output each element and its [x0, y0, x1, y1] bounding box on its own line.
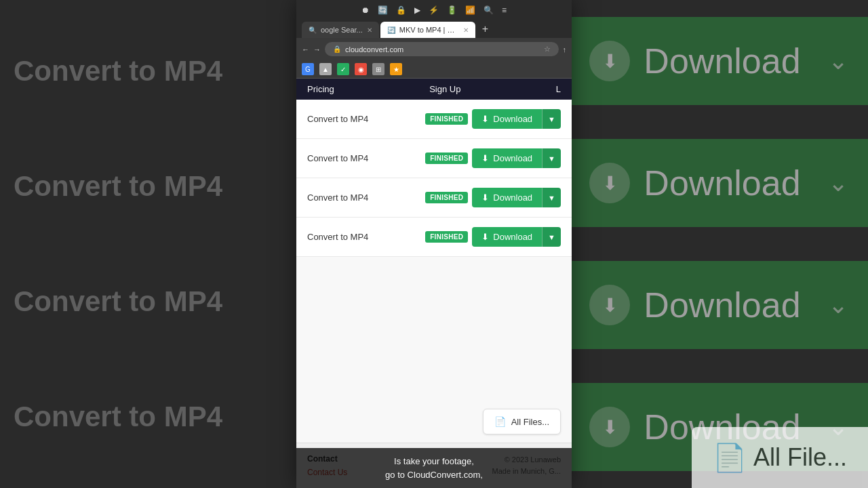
download-button-4[interactable]: ⬇ Download: [472, 227, 542, 247]
ext-icon-2[interactable]: ▲: [319, 63, 332, 75]
signup-nav[interactable]: Sign Up: [429, 84, 460, 94]
bg-allfiles-icon: 📄: [713, 442, 747, 474]
system-bar: ⏺ 🔄 🔒 ▶ ⚡ 🔋 📶 🔍 ≡: [302, 4, 566, 18]
all-files-button[interactable]: 📄 All Files...: [483, 409, 561, 434]
tab-google-favicon: 🔍: [309, 26, 317, 34]
tab-google-close[interactable]: ✕: [367, 26, 372, 34]
tab-cloudconvert-title: MKV to MP4 | CloudConvert: [399, 26, 459, 34]
download-button-1[interactable]: ⬇ Download: [472, 109, 542, 129]
download-button-3[interactable]: ⬇ Download: [472, 188, 542, 207]
background-right: ⬇ Download ⌄ ⬇ Download ⌄ ⬇ Download ⌄ ⬇…: [570, 0, 868, 488]
download-label-2: Download: [493, 153, 532, 163]
download-label-1: Download: [493, 114, 532, 124]
browser-window: ⏺ 🔄 🔒 ▶ ⚡ 🔋 📶 🔍 ≡ 🔍 oogle Sear... ✕ 🔄 MK…: [296, 0, 572, 488]
conversion-label-3: Convert to MP4: [307, 192, 368, 203]
bg-download-row-3: ⬇ Download ⌄: [570, 261, 868, 349]
address-bar[interactable]: 🔒 cloudconvert.com ☆: [325, 42, 559, 56]
subtitle-line1: Is take your footage,: [303, 455, 565, 468]
bg-text-3: Convert to MP4: [14, 283, 281, 321]
tab-google-title: oogle Sear...: [321, 26, 363, 34]
bottom-bar: 📄 All Files...: [296, 401, 572, 443]
conversion-item-4: Convert to MP4 FINISHED ⬇ Download ▼: [296, 218, 572, 257]
battery-icon: 🔋: [447, 5, 457, 15]
google-ext-icon[interactable]: G: [302, 63, 314, 75]
bg-download-icon-1: ⬇: [589, 41, 630, 81]
share-icon[interactable]: ↑: [563, 45, 567, 54]
refresh-icon: 🔄: [378, 5, 388, 15]
address-text: cloudconvert.com: [345, 45, 540, 54]
background-left: Convert to MP4 Convert to MP4 Convert to…: [0, 0, 295, 488]
wifi-icon: 📶: [465, 5, 475, 15]
page-nav: Pricing Sign Up L: [296, 79, 572, 100]
download-btn-group-3: ⬇ Download ▼: [472, 188, 561, 207]
back-button[interactable]: ←: [302, 45, 309, 54]
conversion-item-1: Convert to MP4 FINISHED ⬇ Download ▼: [296, 100, 572, 139]
subtitle-line2: go to CloudConvert.com,: [303, 468, 565, 482]
subtitle-overlay: Is take your footage, go to CloudConvert…: [296, 448, 572, 488]
conversion-right-4: FINISHED ⬇ Download ▼: [425, 227, 561, 247]
address-row: ← → 🔒 cloudconvert.com ☆ ↑: [296, 38, 572, 60]
tab-cloudconvert-favicon: 🔄: [387, 26, 395, 34]
bg-download-row-1: ⬇ Download ⌄: [570, 17, 868, 105]
bookmark-icon[interactable]: ☆: [544, 45, 551, 54]
download-btn-group-4: ⬇ Download ▼: [472, 227, 561, 247]
extensions-row: G ▲ ✓ ◉ ⊞ ★: [296, 60, 572, 79]
tab-bar: 🔍 oogle Sear... ✕ 🔄 MKV to MP4 | CloudCo…: [302, 18, 566, 38]
download-arrow-2[interactable]: ▼: [542, 148, 561, 168]
bg-text-2: Convert to MP4: [14, 168, 281, 205]
ext-icon-6[interactable]: ★: [390, 63, 402, 75]
conversion-right-1: FINISHED ⬇ Download ▼: [425, 109, 561, 129]
bg-download-row-2: ⬇ Download ⌄: [570, 139, 868, 227]
page-content: Pricing Sign Up L Convert to MP4 FINISHE…: [296, 79, 572, 488]
ext-icon-5[interactable]: ⊞: [372, 63, 384, 75]
bg-text-4: Convert to MP4: [14, 399, 281, 436]
new-tab-button[interactable]: +: [477, 20, 494, 38]
search-icon[interactable]: 🔍: [484, 5, 494, 15]
pricing-nav[interactable]: Pricing: [307, 84, 334, 94]
tab-google[interactable]: 🔍 oogle Sear... ✕: [302, 22, 379, 38]
bg-download-icon-3: ⬇: [589, 285, 630, 325]
browser-chrome: ⏺ 🔄 🔒 ▶ ⚡ 🔋 📶 🔍 ≡ 🔍 oogle Sear... ✕ 🔄 MK…: [296, 0, 572, 38]
finished-badge-1: FINISHED: [425, 113, 468, 125]
record-icon: ⏺: [361, 5, 370, 15]
download-btn-group-2: ⬇ Download ▼: [472, 148, 561, 168]
conversion-list: Convert to MP4 FINISHED ⬇ Download ▼ Con…: [296, 100, 572, 401]
download-arrow-3[interactable]: ▼: [542, 188, 561, 207]
download-icon-1: ⬇: [481, 114, 489, 124]
finished-badge-4: FINISHED: [425, 231, 468, 243]
bg-chevron-1: ⌄: [828, 47, 848, 75]
tab-cloudconvert-close[interactable]: ✕: [463, 26, 469, 34]
download-button-2[interactable]: ⬇ Download: [472, 148, 542, 168]
all-files-label: All Files...: [511, 417, 549, 427]
security-icon: 🔒: [396, 5, 406, 15]
download-arrow-4[interactable]: ▼: [542, 227, 561, 247]
bg-download-icon-2: ⬇: [589, 163, 630, 203]
login-nav[interactable]: L: [556, 84, 561, 94]
bg-allfiles-text: All File...: [753, 443, 847, 472]
bg-download-text-1: Download: [644, 41, 800, 81]
play-icon: ▶: [414, 5, 420, 15]
tab-cloudconvert[interactable]: 🔄 MKV to MP4 | CloudConvert ✕: [380, 22, 475, 38]
conversion-item-3: Convert to MP4 FINISHED ⬇ Download ▼: [296, 178, 572, 218]
download-label-4: Download: [493, 232, 532, 242]
ext-icon-4[interactable]: ◉: [355, 63, 367, 75]
forward-button[interactable]: →: [313, 45, 321, 54]
conversion-right-3: FINISHED ⬇ Download ▼: [425, 188, 561, 207]
conversion-item-2: Convert to MP4 FINISHED ⬇ Download ▼: [296, 139, 572, 178]
conversion-label-2: Convert to MP4: [307, 153, 368, 163]
download-icon-3: ⬇: [481, 192, 489, 203]
download-arrow-1[interactable]: ▼: [542, 109, 561, 129]
download-icon-4: ⬇: [481, 232, 489, 242]
bg-chevron-3: ⌄: [828, 291, 848, 319]
menu-icon[interactable]: ≡: [502, 5, 507, 15]
conversion-label-1: Convert to MP4: [307, 114, 368, 124]
ext-icon-3[interactable]: ✓: [337, 63, 349, 75]
bg-download-text-2: Download: [644, 163, 800, 203]
background-allfiles: 📄 All File...: [692, 427, 868, 488]
bg-download-text-3: Download: [644, 285, 800, 325]
finished-badge-3: FINISHED: [425, 192, 468, 203]
lock-icon: 🔒: [333, 45, 341, 53]
bluetooth-icon: ⚡: [429, 5, 439, 15]
download-icon-2: ⬇: [481, 153, 489, 163]
all-files-icon: 📄: [494, 416, 506, 427]
